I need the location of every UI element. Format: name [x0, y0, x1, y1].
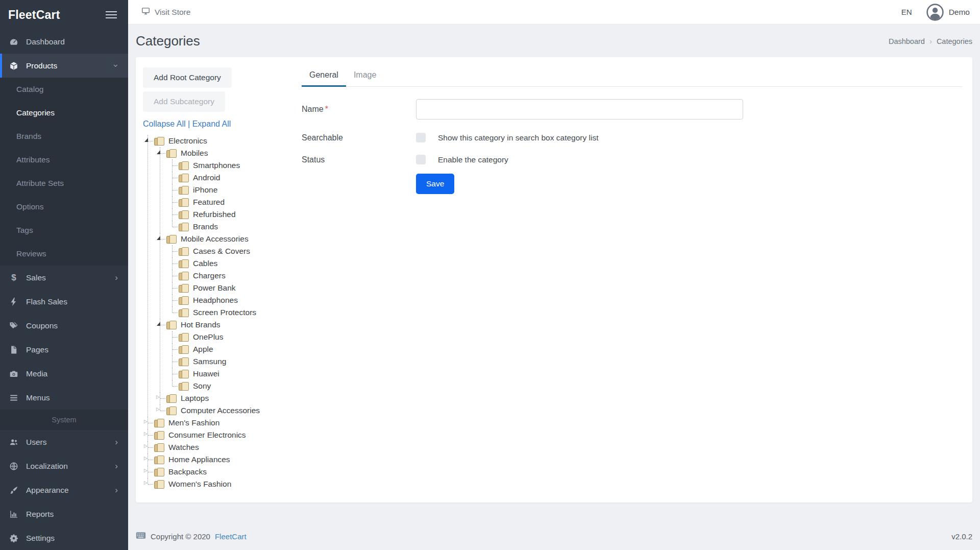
folder-icon — [179, 370, 189, 378]
expand-open-icon[interactable] — [157, 150, 160, 154]
sidebar-item-label: Localization — [26, 462, 68, 471]
tree-node-consumer-electronics[interactable]: ▷Consumer Electronics — [143, 429, 295, 441]
sidebar-item-label: Settings — [26, 534, 55, 543]
tree-node-huawei[interactable]: Huawei — [168, 368, 295, 380]
tree-node-iphone[interactable]: iPhone — [168, 184, 295, 196]
sidebar-item-reviews[interactable]: Reviews — [0, 242, 128, 266]
add-root-category-button[interactable]: Add Root Category — [143, 67, 232, 88]
sidebar-item-coupons[interactable]: Coupons — [0, 314, 128, 338]
tree-node-watches[interactable]: ▷Watches — [143, 441, 295, 453]
sidebar-item-reports[interactable]: Reports — [0, 502, 128, 526]
content-area: Categories Dashboard › Categories Add Ro… — [128, 25, 980, 550]
expand-closed-icon[interactable]: ▷ — [156, 406, 160, 412]
sidebar-item-flash-sales[interactable]: Flash Sales — [0, 290, 128, 314]
footer-brand-link[interactable]: FleetCart — [215, 532, 247, 541]
sidebar-item-brands[interactable]: Brands — [0, 125, 128, 148]
status-label: Status — [302, 155, 416, 164]
collapse-all-link[interactable]: Collapse All — [143, 119, 186, 128]
tree-node-label: Huawei — [193, 369, 219, 378]
tree-node-cases-covers[interactable]: Cases & Covers — [168, 245, 295, 257]
expand-open-icon[interactable] — [157, 322, 160, 326]
tree-node-sony[interactable]: Sony — [168, 380, 295, 392]
expand-closed-icon[interactable]: ▷ — [144, 443, 148, 448]
sidebar-item-options[interactable]: Options — [0, 195, 128, 219]
sidebar-item-media[interactable]: Media — [0, 362, 128, 386]
sidebar-item-products[interactable]: Products› — [0, 54, 128, 78]
sidebar-item-sales[interactable]: $Sales› — [0, 266, 128, 290]
tree-node-android[interactable]: Android — [168, 172, 295, 184]
tab-general[interactable]: General — [302, 67, 346, 87]
tree-node-featured[interactable]: Featured — [168, 196, 295, 208]
tree-node-oneplus[interactable]: OnePlus — [168, 331, 295, 343]
tree-node-electronics[interactable]: Electronics — [143, 135, 295, 147]
media-icon — [9, 369, 18, 378]
sidebar-item-catalog[interactable]: Catalog — [0, 78, 128, 101]
folder-icon — [179, 272, 189, 280]
sidebar-item-menus[interactable]: Menus — [0, 386, 128, 410]
user-menu[interactable]: Demo — [926, 4, 970, 21]
expand-open-icon[interactable] — [144, 138, 148, 142]
products-icon — [9, 61, 18, 70]
searchable-checkbox[interactable] — [416, 133, 426, 142]
sidebar-item-pages[interactable]: Pages — [0, 338, 128, 362]
tree-node-backpacks[interactable]: ▷Backpacks — [143, 466, 295, 478]
tree-node-mobile-accessories[interactable]: Mobile Accessories — [156, 233, 295, 245]
folder-icon — [154, 443, 165, 452]
language-switcher[interactable]: EN — [901, 8, 912, 16]
breadcrumb-dashboard[interactable]: Dashboard — [889, 37, 925, 45]
folder-icon — [154, 480, 165, 489]
tree-node-label: Chargers — [193, 271, 226, 280]
tree-node-men-s-fashion[interactable]: ▷Men's Fashion — [143, 417, 295, 429]
chevron-right-icon: › — [115, 438, 118, 446]
add-subcategory-button[interactable]: Add Subcategory — [143, 91, 225, 112]
sidebar-item-settings[interactable]: Settings — [0, 526, 128, 550]
tree-node-home-appliances[interactable]: ▷Home Appliances — [143, 453, 295, 466]
sidebar-item-attribute-sets[interactable]: Attribute Sets — [0, 172, 128, 195]
expand-closed-icon[interactable]: ▷ — [144, 456, 148, 461]
expand-closed-icon[interactable]: ▷ — [156, 394, 160, 399]
tree-node-screen-protectors[interactable]: Screen Protectors — [168, 306, 295, 319]
tree-node-brands[interactable]: Brands — [168, 221, 295, 233]
save-button[interactable]: Save — [416, 174, 454, 194]
sidebar-item-categories[interactable]: Categories — [0, 101, 128, 125]
sidebar-item-attributes[interactable]: Attributes — [0, 148, 128, 172]
expand-closed-icon[interactable]: ▷ — [144, 419, 148, 424]
tree-node-smartphones[interactable]: Smartphones — [168, 159, 295, 172]
hamburger-menu-icon[interactable] — [106, 7, 117, 22]
breadcrumb-current: Categories — [937, 37, 972, 45]
topbar: Visit Store EN Demo — [128, 0, 980, 25]
name-input[interactable] — [416, 99, 743, 119]
expand-closed-icon[interactable]: ▷ — [144, 480, 148, 485]
sidebar-item-dashboard[interactable]: Dashboard — [0, 30, 128, 54]
tree-node-headphones[interactable]: Headphones — [168, 294, 295, 306]
tree-node-refurbished[interactable]: Refurbished — [168, 208, 295, 221]
expand-all-link[interactable]: Expand All — [192, 119, 231, 128]
status-checkbox[interactable] — [416, 155, 426, 164]
sidebar-item-localization[interactable]: Localization› — [0, 454, 128, 478]
sidebar-item-users[interactable]: Users› — [0, 430, 128, 454]
folder-icon — [154, 456, 165, 464]
tree-node-women-s-fashion[interactable]: ▷Women's Fashion — [143, 478, 295, 490]
tree-node-hot-brands[interactable]: Hot Brands — [156, 319, 295, 331]
visit-store-link[interactable]: Visit Store — [141, 7, 190, 17]
expand-open-icon[interactable] — [157, 236, 160, 240]
tree-node-label: Smartphones — [193, 161, 240, 170]
tree-node-chargers[interactable]: Chargers — [168, 270, 295, 282]
expand-closed-icon[interactable]: ▷ — [144, 431, 148, 436]
searchable-label: Searchable — [302, 133, 416, 142]
tree-node-cables[interactable]: Cables — [168, 257, 295, 270]
tree-node-computer-accessories[interactable]: ▷Computer Accessories — [156, 404, 295, 417]
tab-image[interactable]: Image — [346, 67, 384, 86]
tree-node-samsung[interactable]: Samsung — [168, 355, 295, 368]
sidebar-item-tags[interactable]: Tags — [0, 219, 128, 242]
sidebar-item-appearance[interactable]: Appearance› — [0, 478, 128, 502]
tree-node-power-bank[interactable]: Power Bank — [168, 282, 295, 294]
tree-node-apple[interactable]: Apple — [168, 343, 295, 355]
sidebar-item-label: Reports — [26, 510, 54, 519]
required-asterisk: * — [325, 105, 328, 113]
expand-closed-icon[interactable]: ▷ — [144, 468, 148, 473]
tree-node-mobiles[interactable]: Mobiles — [156, 147, 295, 159]
tree-node-laptops[interactable]: ▷Laptops — [156, 392, 295, 404]
settings-icon — [9, 534, 18, 543]
tree-node-label: Computer Accessories — [181, 406, 260, 415]
